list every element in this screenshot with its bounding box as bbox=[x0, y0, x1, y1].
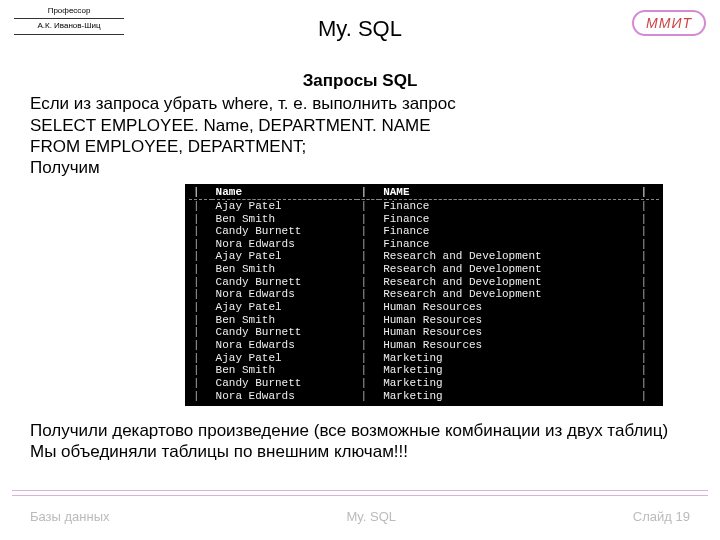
cell-dept: Marketing bbox=[379, 352, 636, 365]
page-title: My. SQL bbox=[0, 16, 720, 42]
col-sep: | bbox=[189, 213, 212, 226]
paragraph-2: SELECT EMPLOYEE. Name, DEPARTMENT. NAME bbox=[30, 115, 690, 136]
cell-name: Nora Edwards bbox=[212, 238, 357, 251]
col-sep: | bbox=[636, 326, 659, 339]
footer-center: My. SQL bbox=[346, 509, 396, 524]
col-sep: | bbox=[636, 364, 659, 377]
paragraph-4: Получим bbox=[30, 157, 690, 178]
col-sep: | bbox=[189, 390, 212, 403]
col-sep: | bbox=[357, 377, 380, 390]
col-sep: | bbox=[189, 288, 212, 301]
footer-right: Слайд 19 bbox=[633, 509, 690, 524]
footer: Базы данных My. SQL Слайд 19 bbox=[30, 509, 690, 524]
table-row: |Ajay Patel|Human Resources| bbox=[189, 301, 659, 314]
col-sep: | bbox=[189, 225, 212, 238]
conclusion: Получили декартово произведение (все воз… bbox=[30, 420, 690, 463]
table-row: |Nora Edwards|Research and Development| bbox=[189, 288, 659, 301]
col-sep: | bbox=[357, 263, 380, 276]
cell-dept: Research and Development bbox=[379, 263, 636, 276]
table-row: |Ben Smith|Marketing| bbox=[189, 364, 659, 377]
col-sep: | bbox=[189, 301, 212, 314]
col-sep: | bbox=[357, 326, 380, 339]
col-sep: | bbox=[357, 339, 380, 352]
col-sep: | bbox=[636, 390, 659, 403]
cell-dept: Finance bbox=[379, 199, 636, 212]
cell-dept: Human Resources bbox=[379, 314, 636, 327]
sql-output-terminal: | Name | NAME | |Ajay Patel|Finance||Ben… bbox=[185, 184, 663, 406]
table-row: |Ben Smith|Finance| bbox=[189, 213, 659, 226]
col-sep: | bbox=[189, 186, 212, 199]
col-sep: | bbox=[189, 352, 212, 365]
col-sep: | bbox=[189, 263, 212, 276]
cell-name: Candy Burnett bbox=[212, 225, 357, 238]
col-sep: | bbox=[189, 199, 212, 212]
cell-dept: Research and Development bbox=[379, 288, 636, 301]
col-sep: | bbox=[636, 186, 659, 199]
paragraph-3: FROM EMPLOYEE, DEPARTMENT; bbox=[30, 136, 690, 157]
conclusion-1: Получили декартово произведение (все воз… bbox=[30, 420, 690, 441]
col-sep: | bbox=[189, 314, 212, 327]
col-sep: | bbox=[636, 288, 659, 301]
col-sep: | bbox=[357, 213, 380, 226]
col-sep: | bbox=[357, 225, 380, 238]
cell-dept: Finance bbox=[379, 238, 636, 251]
col-sep: | bbox=[636, 301, 659, 314]
table-row: |Ajay Patel|Marketing| bbox=[189, 352, 659, 365]
cell-name: Ben Smith bbox=[212, 364, 357, 377]
col-sep: | bbox=[357, 276, 380, 289]
cell-name: Nora Edwards bbox=[212, 339, 357, 352]
table-row: |Ajay Patel|Research and Development| bbox=[189, 250, 659, 263]
table-row: |Ben Smith|Human Resources| bbox=[189, 314, 659, 327]
col-sep: | bbox=[189, 238, 212, 251]
col-sep: | bbox=[636, 352, 659, 365]
cell-dept: Human Resources bbox=[379, 339, 636, 352]
col-sep: | bbox=[357, 314, 380, 327]
col-sep: | bbox=[636, 276, 659, 289]
col-sep: | bbox=[636, 213, 659, 226]
cell-name: Ajay Patel bbox=[212, 199, 357, 212]
subtitle: Запросы SQL bbox=[30, 70, 690, 91]
cell-dept: Human Resources bbox=[379, 301, 636, 314]
cell-name: Candy Burnett bbox=[212, 377, 357, 390]
cell-name: Ajay Patel bbox=[212, 250, 357, 263]
col-sep: | bbox=[636, 339, 659, 352]
cell-name: Ben Smith bbox=[212, 314, 357, 327]
col-sep: | bbox=[189, 326, 212, 339]
col-header-dept: NAME bbox=[379, 186, 636, 199]
cell-name: Candy Burnett bbox=[212, 326, 357, 339]
col-sep: | bbox=[357, 301, 380, 314]
cell-dept: Marketing bbox=[379, 364, 636, 377]
col-sep: | bbox=[636, 314, 659, 327]
col-sep: | bbox=[636, 199, 659, 212]
col-sep: | bbox=[357, 364, 380, 377]
cell-dept: Finance bbox=[379, 213, 636, 226]
cell-name: Ajay Patel bbox=[212, 352, 357, 365]
cell-dept: Finance bbox=[379, 225, 636, 238]
col-sep: | bbox=[189, 364, 212, 377]
col-header-name: Name bbox=[212, 186, 357, 199]
table-row: |Candy Burnett|Human Resources| bbox=[189, 326, 659, 339]
cell-name: Ben Smith bbox=[212, 213, 357, 226]
table-row: |Candy Burnett|Finance| bbox=[189, 225, 659, 238]
cell-name: Nora Edwards bbox=[212, 390, 357, 403]
col-sep: | bbox=[636, 238, 659, 251]
col-sep: | bbox=[357, 250, 380, 263]
cell-dept: Marketing bbox=[379, 390, 636, 403]
cell-dept: Human Resources bbox=[379, 326, 636, 339]
footer-divider bbox=[12, 490, 708, 496]
col-sep: | bbox=[357, 238, 380, 251]
cell-dept: Research and Development bbox=[379, 250, 636, 263]
col-sep: | bbox=[189, 377, 212, 390]
result-table: | Name | NAME | |Ajay Patel|Finance||Ben… bbox=[189, 186, 659, 402]
cell-name: Nora Edwards bbox=[212, 288, 357, 301]
col-sep: | bbox=[357, 390, 380, 403]
col-sep: | bbox=[357, 288, 380, 301]
col-sep: | bbox=[636, 225, 659, 238]
table-row: |Candy Burnett|Marketing| bbox=[189, 377, 659, 390]
col-sep: | bbox=[636, 250, 659, 263]
cell-name: Candy Burnett bbox=[212, 276, 357, 289]
conclusion-2: Мы объединяли таблицы по внешним ключам!… bbox=[30, 441, 690, 462]
table-row: |Candy Burnett|Research and Development| bbox=[189, 276, 659, 289]
table-row: |Nora Edwards|Marketing| bbox=[189, 390, 659, 403]
table-row: |Ben Smith|Research and Development| bbox=[189, 263, 659, 276]
